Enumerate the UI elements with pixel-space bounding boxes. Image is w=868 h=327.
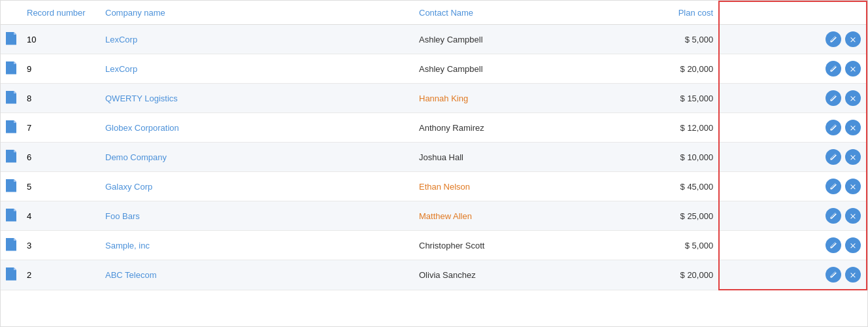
row-company-name: Sample, inc: [100, 231, 414, 260]
row-record-number: 4: [22, 201, 100, 231]
main-table-container: Record number Company name Contact Name …: [0, 0, 868, 327]
row-record-number: 8: [22, 84, 100, 113]
company-link[interactable]: Demo Company: [105, 152, 167, 162]
contact-name-text: Olivia Sanchez: [419, 270, 476, 280]
company-link[interactable]: Galaxy Corp: [105, 182, 152, 192]
delete-button[interactable]: [845, 31, 861, 47]
document-icon: [6, 120, 16, 133]
edit-button[interactable]: [826, 90, 841, 106]
row-record-number: 5: [22, 172, 100, 201]
company-link[interactable]: Foo Bars: [105, 211, 140, 221]
row-contact-name: Christopher Scott: [414, 231, 647, 260]
row-contact-name: Hannah King: [414, 84, 647, 113]
delete-button[interactable]: [845, 120, 861, 135]
row-doc-icon-cell: [1, 172, 22, 201]
table-body: 10 LexCorp Ashley Campbell $ 5,000 9: [1, 25, 867, 290]
table-header-row: Record number Company name Contact Name …: [1, 1, 867, 25]
contact-name-text: Ashley Campbell: [419, 35, 483, 44]
header-contact-name: Contact Name: [414, 1, 647, 25]
table-row: 8 QWERTY Logistics Hannah King $ 15,000: [1, 84, 867, 113]
table-row: 7 Globex Corporation Anthony Ramirez $ 1…: [1, 113, 867, 143]
row-company-name: Globex Corporation: [100, 113, 414, 143]
row-record-number: 2: [22, 260, 100, 290]
close-icon: [849, 153, 857, 161]
document-icon: [6, 179, 16, 192]
edit-button[interactable]: [826, 179, 841, 194]
delete-button[interactable]: [845, 208, 861, 224]
row-company-name: LexCorp: [100, 54, 414, 84]
edit-button[interactable]: [826, 237, 841, 253]
edit-icon: [829, 182, 837, 190]
document-icon: [6, 150, 16, 163]
row-record-number: 9: [22, 54, 100, 84]
row-actions-cell: [719, 260, 867, 290]
header-company-name: Company name: [100, 1, 414, 25]
row-plan-cost: $ 5,000: [647, 25, 719, 54]
company-link[interactable]: LexCorp: [105, 35, 137, 44]
edit-button[interactable]: [826, 120, 841, 135]
table-row: 9 LexCorp Ashley Campbell $ 20,000: [1, 54, 867, 84]
company-link[interactable]: Sample, inc: [105, 241, 150, 250]
row-actions-cell: [719, 25, 867, 54]
row-plan-cost: $ 45,000: [647, 172, 719, 201]
delete-button[interactable]: [845, 61, 861, 77]
edit-button[interactable]: [826, 31, 841, 47]
row-actions-cell: [719, 172, 867, 201]
row-doc-icon-cell: [1, 25, 22, 54]
row-doc-icon-cell: [1, 231, 22, 260]
row-contact-name: Ethan Nelson: [414, 172, 647, 201]
row-contact-name: Olivia Sanchez: [414, 260, 647, 290]
table-row: 5 Galaxy Corp Ethan Nelson $ 45,000: [1, 172, 867, 201]
edit-button[interactable]: [826, 149, 841, 165]
close-icon: [849, 182, 857, 190]
table-row: 4 Foo Bars Matthew Allen $ 25,000: [1, 201, 867, 231]
company-link[interactable]: Globex Corporation: [105, 123, 179, 133]
row-record-number: 10: [22, 25, 100, 54]
contact-name-text: Christopher Scott: [419, 241, 484, 250]
edit-icon: [829, 241, 837, 249]
row-record-number: 7: [22, 113, 100, 143]
delete-button[interactable]: [845, 267, 861, 283]
delete-button[interactable]: [845, 179, 861, 194]
row-contact-name: Anthony Ramirez: [414, 113, 647, 143]
edit-button[interactable]: [826, 208, 841, 224]
header-record-number: Record number: [22, 1, 100, 25]
row-record-number: 3: [22, 231, 100, 260]
document-icon: [6, 32, 16, 45]
table-row: 6 Demo Company Joshua Hall $ 10,000: [1, 143, 867, 172]
company-link[interactable]: ABC Telecom: [105, 270, 157, 280]
edit-icon: [829, 94, 837, 102]
document-icon: [6, 61, 16, 75]
row-actions-cell: [719, 54, 867, 84]
delete-button[interactable]: [845, 149, 861, 165]
contact-name-text: Ethan Nelson: [419, 182, 470, 192]
edit-button[interactable]: [826, 267, 841, 283]
close-icon: [849, 124, 857, 131]
edit-button[interactable]: [826, 61, 841, 77]
row-company-name: Galaxy Corp: [100, 172, 414, 201]
row-doc-icon-cell: [1, 54, 22, 84]
row-record-number: 6: [22, 143, 100, 172]
row-plan-cost: $ 20,000: [647, 260, 719, 290]
row-doc-icon-cell: [1, 113, 22, 143]
row-plan-cost: $ 12,000: [647, 113, 719, 143]
contact-name-text: Matthew Allen: [419, 211, 472, 221]
row-company-name: Demo Company: [100, 143, 414, 172]
row-actions-cell: [719, 84, 867, 113]
company-link[interactable]: QWERTY Logistics: [105, 94, 178, 103]
table-row: 10 LexCorp Ashley Campbell $ 5,000: [1, 25, 867, 54]
table-row: 2 ABC Telecom Olivia Sanchez $ 20,000: [1, 260, 867, 290]
row-actions-cell: [719, 143, 867, 172]
records-table: Record number Company name Contact Name …: [1, 1, 867, 290]
company-link[interactable]: LexCorp: [105, 64, 137, 74]
table-row: 3 Sample, inc Christopher Scott $ 5,000: [1, 231, 867, 260]
row-contact-name: Matthew Allen: [414, 201, 647, 231]
close-icon: [849, 212, 857, 220]
row-contact-name: Ashley Campbell: [414, 54, 647, 84]
edit-icon: [829, 35, 837, 43]
row-company-name: ABC Telecom: [100, 260, 414, 290]
delete-button[interactable]: [845, 90, 861, 106]
delete-button[interactable]: [845, 237, 861, 253]
contact-name-text: Joshua Hall: [419, 152, 463, 162]
edit-icon: [829, 153, 837, 161]
